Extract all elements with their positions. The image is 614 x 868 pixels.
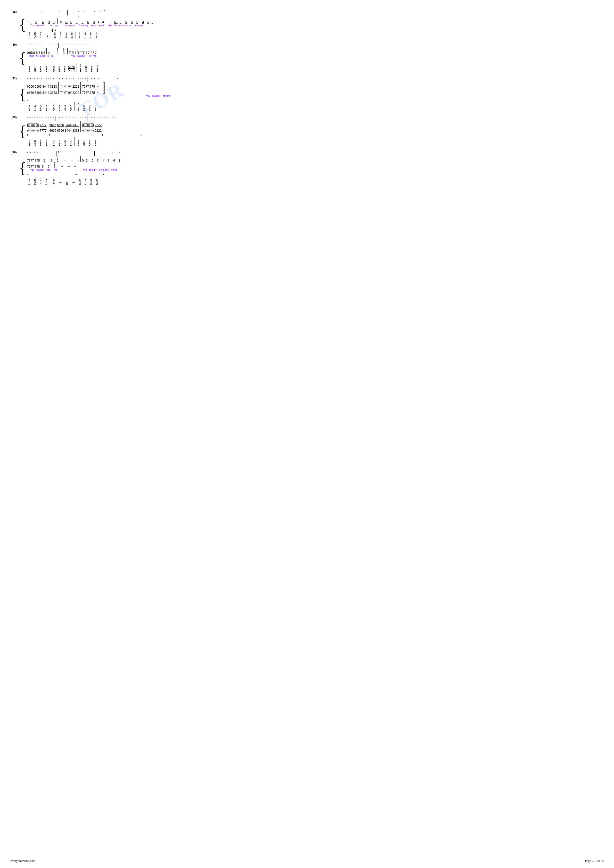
n-16-33b: 3 [51,21,56,24]
barline-b25-2 [75,137,75,146]
lines-25: · · · · · · · · · · · · · · · · · · · · … [27,116,193,146]
b-22-m2-1: 1 1 5 [52,102,56,111]
treble-16: · · · ··· ··· · [27,10,193,27]
section-25: (25) { · · · · · · · · · · · · · · · · ·… [12,116,193,146]
treble-dots-22: · · · · · · · · · · · · · · · · · · · · … [27,77,193,82]
treble-main-22b: 6666 6666 3444 3333 ïïïï ïïïï ïïïï [27,88,193,95]
b-25-m2-41a: 4 1 [52,140,56,146]
b-28-m2-6dot: 6 [65,181,69,184]
n-16-m2-6d: 6 [86,21,90,24]
barline-b22-1 [50,102,50,111]
bass-main-19: 1 5 1 5 3 5 [27,63,193,72]
b-25-52: 5 5 2 [44,137,48,146]
system-22: { · · · · · · · · · · · · · · · · · · · … [19,77,193,111]
lines-16: · · · ··· ··· · [27,10,193,39]
nd-16-4: · [57,10,61,13]
n-16-m3-66: 66 [114,21,118,24]
treble-dots-28: · · · · · · · · · 6 · · · [27,151,193,156]
b-19-m3-13: 1 3 [90,66,94,72]
n-16-m3-4: 4 [141,21,145,24]
b-19-m3-52: 5 5 2 [95,63,99,72]
system-28: { · · · · · · · · · 6 · · · [19,151,193,184]
nd-16-m2-3: · [81,10,85,13]
lines-28: · · · · · · · · · 6 · · · [27,151,193,184]
b-25-m3-15a: 1 5 [76,140,81,146]
n-16-m3-6b: 6 [130,21,134,24]
b-28-m3-63c: 6 3 [89,178,93,184]
b-16-m2-63c: 6 3 [70,32,74,39]
b-19-15c: 1 5 [44,66,48,72]
n-28-66: 6 6 [56,156,59,162]
b-16-52a: 5 2 [27,32,31,39]
treble-dots-16: · · · ··· ··· · [27,10,193,18]
nd-16-m2-1: ··· [72,10,76,18]
n-28-m3-3b: 3 [117,159,121,162]
barline-16-2 [107,18,107,24]
bass-16: 6 5 2 5 2 [27,29,193,39]
lyrics-22: You played for me [27,95,193,98]
n-16-m3-5b: 5 [135,21,139,24]
b-28-m3-63b: 6 3 [84,178,88,184]
nd-16-m2-5: · [93,10,97,13]
section-16: (16) { · · [12,10,193,39]
n-16-m3-5c: 5 [146,21,150,24]
bass-dots-22: 4 [27,99,193,102]
brace-19: { [19,43,26,72]
b-25-63a: 6 3 [27,140,31,146]
n-28-m3-67: 6 [90,159,95,162]
treble-dots-19: · · · · · · · · · [27,43,193,48]
b-16-m2-13: 1 3 [64,32,68,39]
barline-28-1b [51,162,51,168]
n-16-33a: 3 [47,21,51,24]
n-28-m3-7b: 7 [107,159,110,162]
section-22: (22) { · · · · · · · · · · · · · · · · ·… [12,77,193,111]
b-25-m2-41c: 4 1 [69,140,73,146]
section-label-25: (25) [12,116,17,119]
treble-main-19: 0 55 5 5 5 5 5 2 · [27,48,193,54]
b-28-m3-63a: 6 3 [78,178,82,184]
bass-main-16: 5 2 5 2 7 2 [27,32,193,39]
b-22-m2-15c: 1 5 [69,105,73,111]
b-19-m2-55b: 5 5 [57,66,61,72]
b-22-m3-72: 7 2 [88,105,92,111]
treble-main-22: 6666 6666 3444 3333 ïïïï ïïïï ïïïï [27,82,193,88]
b-22-m3-52c: 5 2 [93,105,98,111]
lyrics-16: You played for me I s- wear it Even my s… [27,24,193,27]
b-22-m3-52a: 5 5 2 [76,102,81,111]
b-22-m2-15b: 1 5 [58,105,62,111]
bass-dots-16: 6 [27,29,193,32]
barline-b16-1 [51,32,51,39]
section-19: (19) { · · · · · · · [12,43,193,72]
bass-main-25: 6 3 6 3 1 3 [27,137,193,146]
system-19: { · · · · · · · · [19,43,193,72]
n-16-m3-5: 5 [124,21,128,24]
brace-22: { [19,77,26,111]
n-16-m2-4b: 4 [101,21,105,24]
barline-b22-2 [75,102,75,111]
b-28-m3-63d: 6 3 [95,178,99,184]
brace-28: { [19,151,26,184]
barline-22-1 [58,82,59,88]
brace-16: { [19,10,26,39]
b-16-m2-63a: 6 3 [53,32,57,39]
treble-dots-25: · · · · · · · · · · · · · · · · · · · · … [27,116,193,121]
barline-b28-2 [76,178,76,184]
music-content: (16) { · · [10,8,194,192]
n-19-54: 5 4 [56,48,59,54]
treble-main-28: 7777 775 5 7 6 6 [27,156,193,162]
b-22-41b: 4 1 [33,105,37,111]
lines-19: · · · · · · · · · [27,43,193,72]
b-16-m3-41c: 4 1 [94,32,98,39]
b-25-63b: 6 3 [33,140,37,146]
nd-16-2: · [40,10,44,13]
section-28: (28) { · · · · · · · · · 6 · [12,151,193,184]
b-16-72: 7 2 [39,32,43,39]
b-16-m3-61: 6 1 [89,32,93,39]
barline-b28-1 [50,178,50,184]
barline-b25-1 [50,137,50,146]
b-19-m3-63b: 6 3 [84,66,88,72]
lyrics-19: thing we used to be You played for me [27,54,193,58]
n-22b-33: 3 3 [102,88,106,95]
b-25-m2-41b: 4 1 [58,140,62,146]
treble-main-25: ïïïï ïïïï ïïïï 7777 6666 6666 3444 [27,121,193,127]
